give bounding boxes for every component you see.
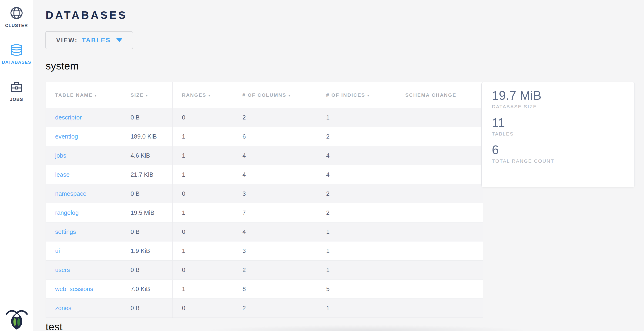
table-name-link[interactable]: ui xyxy=(55,247,60,254)
table-cell-table_name: eventlog xyxy=(46,127,121,146)
table-cell-ranges: 0 xyxy=(172,222,233,241)
table-cell-size: 0 B xyxy=(121,299,172,318)
table-cell-table_name: lease xyxy=(46,165,121,184)
table-cell-size: 19.5 MiB xyxy=(121,203,172,222)
table-name-link[interactable]: settings xyxy=(55,228,76,235)
column-header--of-columns[interactable]: # OF COLUMNS▾ xyxy=(233,82,317,108)
table-name-link[interactable]: descriptor xyxy=(55,114,82,121)
table-cell-num_columns: 8 xyxy=(233,279,317,299)
column-header-ranges[interactable]: RANGES▾ xyxy=(172,82,233,108)
sort-descending-icon: ▾ xyxy=(146,93,148,97)
table-name-link[interactable]: web_sessions xyxy=(55,286,93,293)
table-cell-schema_change xyxy=(396,279,483,299)
sidebar-item-label: DATABASES xyxy=(0,60,33,65)
sidebar-item-databases[interactable]: DATABASES xyxy=(0,44,33,65)
table-cell-num_indices: 1 xyxy=(317,260,396,279)
table-cell-num_indices: 1 xyxy=(317,299,396,318)
table-name-link[interactable]: lease xyxy=(55,171,70,178)
table-cell-size: 7.0 KiB xyxy=(121,279,172,299)
table-row: jobs4.6 KiB144 xyxy=(46,146,483,165)
sidebar-item-cluster[interactable]: CLUSTER xyxy=(0,6,33,28)
table-cell-schema_change xyxy=(396,165,483,184)
table-cell-ranges: 1 xyxy=(172,165,233,184)
table-cell-num_columns: 2 xyxy=(233,260,317,279)
table-cell-size: 4.6 KiB xyxy=(121,146,172,165)
tables-count-stat: 11 TABLES xyxy=(492,115,634,137)
database-name-heading-test: test xyxy=(46,321,62,331)
range-count-value: 6 xyxy=(492,142,634,157)
table-row: users0 B021 xyxy=(46,260,483,279)
column-header-label: # OF COLUMNS xyxy=(242,92,286,98)
column-header-label: # OF INDICES xyxy=(326,92,365,98)
database-summary-card: 19.7 MiB DATABASE SIZE 11 TABLES 6 TOTAL… xyxy=(481,82,635,187)
table-cell-table_name: jobs xyxy=(46,146,121,165)
table-cell-ranges: 0 xyxy=(172,299,233,318)
table-cell-num_indices: 2 xyxy=(317,127,396,146)
table-cell-schema_change xyxy=(396,203,483,222)
table-cell-num_columns: 6 xyxy=(233,127,317,146)
table-name-link[interactable]: jobs xyxy=(55,152,66,159)
column-header-label: TABLE NAME xyxy=(55,92,92,98)
table-cell-num_columns: 4 xyxy=(233,222,317,241)
column-header-label: RANGES xyxy=(182,92,206,98)
view-selector-button[interactable]: VIEW: TABLES xyxy=(45,31,133,49)
page-title: DATABASES xyxy=(46,9,127,21)
view-selector-label: VIEW: xyxy=(56,37,78,44)
database-size-stat: 19.7 MiB DATABASE SIZE xyxy=(492,88,634,110)
sidebar: CLUSTER DATABASES xyxy=(0,0,33,331)
table-cell-num_indices: 2 xyxy=(317,203,396,222)
table-cell-num_indices: 2 xyxy=(317,184,396,203)
database-name-heading-system: system xyxy=(46,60,79,72)
table-cell-num_columns: 2 xyxy=(233,299,317,318)
table-cell-num_columns: 3 xyxy=(233,241,317,260)
table-cell-num_indices: 4 xyxy=(317,165,396,184)
table-row: lease21.7 KiB144 xyxy=(46,165,483,184)
table-row: web_sessions7.0 KiB185 xyxy=(46,279,483,299)
table-cell-schema_change xyxy=(396,146,483,165)
table-row: zones0 B021 xyxy=(46,299,483,318)
table-cell-ranges: 1 xyxy=(172,146,233,165)
range-count-stat: 6 TOTAL RANGE COUNT xyxy=(492,142,634,164)
table-cell-size: 189.0 KiB xyxy=(121,127,172,146)
table-row: rangelog19.5 MiB172 xyxy=(46,203,483,222)
table-cell-table_name: web_sessions xyxy=(46,279,121,299)
table-cell-ranges: 0 xyxy=(172,184,233,203)
sidebar-item-label: JOBS xyxy=(0,97,33,102)
table-cell-schema_change xyxy=(396,241,483,260)
sidebar-item-jobs[interactable]: JOBS xyxy=(0,81,33,102)
column-header-size[interactable]: SIZE▾ xyxy=(121,82,172,108)
column-header-schema-change: SCHEMA CHANGE xyxy=(396,82,483,108)
table-row: namespace0 B032 xyxy=(46,184,483,203)
tables-count-label: TABLES xyxy=(492,131,634,137)
table-cell-ranges: 1 xyxy=(172,127,233,146)
sort-descending-icon: ▾ xyxy=(288,93,291,97)
table-cell-table_name: users xyxy=(46,260,121,279)
table-cell-ranges: 0 xyxy=(172,260,233,279)
column-header-label: SCHEMA CHANGE xyxy=(405,92,456,98)
table-cell-table_name: rangelog xyxy=(46,203,121,222)
table-name-link[interactable]: zones xyxy=(55,305,71,312)
briefcase-icon xyxy=(0,81,33,94)
table-name-link[interactable]: eventlog xyxy=(55,133,78,140)
table-name-link[interactable]: rangelog xyxy=(55,209,79,216)
table-cell-size: 0 B xyxy=(121,108,172,127)
column-header--of-indices[interactable]: # OF INDICES▾ xyxy=(317,82,396,108)
table-cell-schema_change xyxy=(396,184,483,203)
system-tables-table: TABLE NAME▾SIZE▾RANGES▾# OF COLUMNS▾# OF… xyxy=(46,82,483,318)
cockroach-logo[interactable] xyxy=(6,309,28,330)
table-cell-num_indices: 1 xyxy=(317,108,396,127)
table-cell-num_columns: 4 xyxy=(233,165,317,184)
table-name-link[interactable]: namespace xyxy=(55,190,86,197)
table-cell-table_name: settings xyxy=(46,222,121,241)
table-cell-schema_change xyxy=(396,222,483,241)
table-cell-schema_change xyxy=(396,260,483,279)
table-cell-schema_change xyxy=(396,127,483,146)
table-cell-num_indices: 5 xyxy=(317,279,396,299)
column-header-label: SIZE xyxy=(130,92,144,98)
table-cell-num_indices: 1 xyxy=(317,222,396,241)
table-row: descriptor0 B021 xyxy=(46,108,483,127)
database-icon xyxy=(0,44,33,57)
column-header-table-name[interactable]: TABLE NAME▾ xyxy=(46,82,121,108)
table-cell-num_columns: 2 xyxy=(233,108,317,127)
table-name-link[interactable]: users xyxy=(55,266,70,273)
